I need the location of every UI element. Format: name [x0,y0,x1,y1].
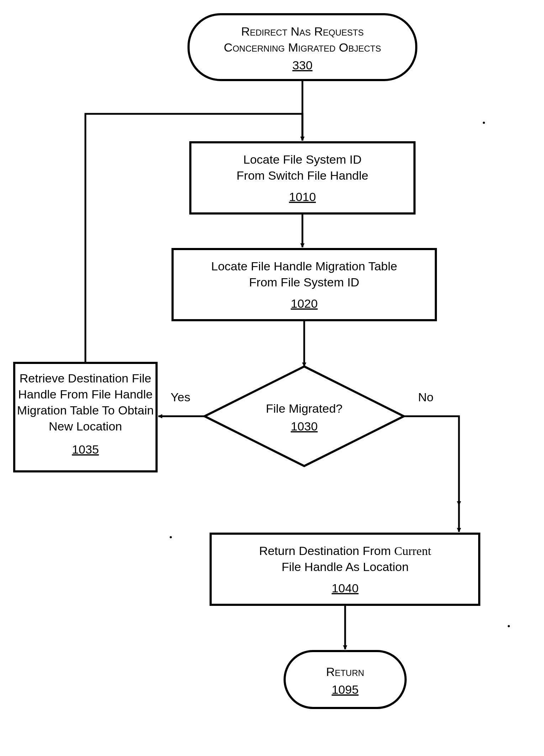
process-return-destination: Return Destination From Current File Han… [211,534,479,605]
yes-line1: Retrieve Destination File [20,371,151,385]
no-line1b: Current [394,544,431,557]
step2-ref: 1020 [291,297,318,310]
decision-ref: 1030 [291,419,318,433]
svg-marker-3 [205,366,404,466]
yes-line4: New Location [49,419,122,433]
start-ref: 330 [292,58,313,72]
no-ref: 1040 [332,581,359,595]
edge-decision-no [404,416,459,505]
end-line1: Return [326,665,364,678]
yes-ref: 1035 [72,443,99,456]
artifact-dot [508,625,510,627]
step2-line1: Locate File Handle Migration Table [211,259,397,273]
end-ref: 1095 [332,683,359,696]
start-line1: Redirect Nas Requests [241,25,364,38]
yes-line2: Handle From File Handle [18,387,153,401]
label-no: No [418,390,433,404]
decision-file-migrated: File Migrated? 1030 [205,366,404,466]
artifact-dot [170,536,172,538]
decision-line1: File Migrated? [266,402,342,415]
no-line1a: Return Destination From [259,544,394,557]
svg-rect-6 [285,651,406,708]
no-line2: File Handle As Location [281,560,408,573]
artifact-dot [483,122,485,124]
yes-line3: Migration Table To Obtain [17,403,154,417]
step1-ref: 1010 [289,190,316,203]
start-node: Redirect Nas Requests Concerning Migrate… [189,14,416,80]
step1-line1: Locate File System ID [243,153,362,166]
step1-line2: From Switch File Handle [237,169,368,182]
process-retrieve-destination: Retrieve Destination File Handle From Fi… [14,363,157,471]
process-locate-migration-table: Locate File Handle Migration Table From … [173,249,436,320]
flowchart: Redirect Nas Requests Concerning Migrate… [0,0,544,756]
start-line2: Concerning Migrated Objects [224,41,381,54]
label-yes: Yes [171,390,190,404]
step2-line2: From File System ID [249,275,359,289]
no-line1: Return Destination From Current [259,544,431,557]
end-node: Return 1095 [285,651,406,708]
process-locate-fsid: Locate File System ID From Switch File H… [190,142,414,213]
